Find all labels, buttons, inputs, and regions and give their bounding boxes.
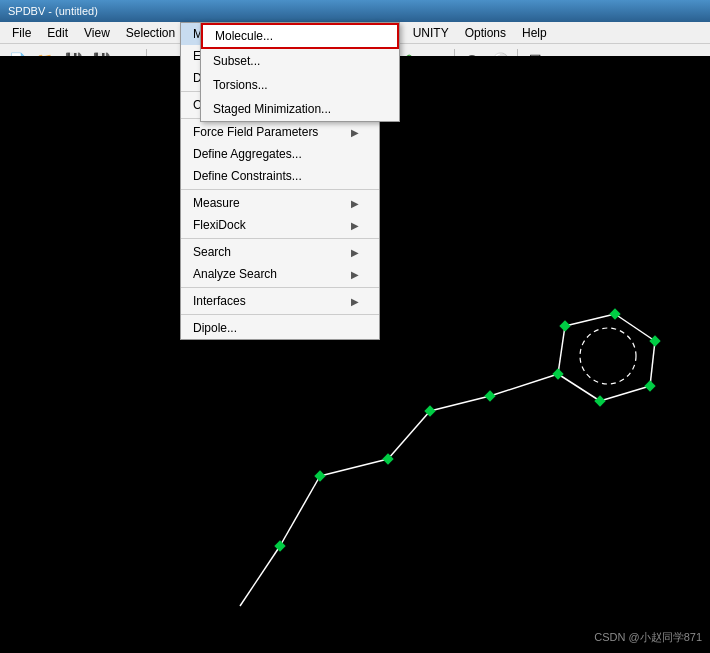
menu-analyzesearch[interactable]: Analyze Search ▶ bbox=[181, 263, 379, 285]
title-bar: SPDBV - (untitled) bbox=[0, 0, 710, 22]
menu-selection[interactable]: Selection bbox=[118, 22, 183, 43]
menu-file[interactable]: File bbox=[4, 22, 39, 43]
menu-forcefield[interactable]: Force Field Parameters ▶ bbox=[181, 121, 379, 143]
menu-measure[interactable]: Measure ▶ bbox=[181, 192, 379, 214]
menu-view[interactable]: View bbox=[76, 22, 118, 43]
divider-6 bbox=[181, 314, 379, 315]
submenu-torsions[interactable]: Torsions... bbox=[201, 73, 399, 97]
menu-unity[interactable]: UNITY bbox=[405, 22, 457, 43]
menu-interfaces[interactable]: Interfaces ▶ bbox=[181, 290, 379, 312]
divider-5 bbox=[181, 287, 379, 288]
menu-dipole[interactable]: Dipole... bbox=[181, 317, 379, 339]
submenu-staged[interactable]: Staged Minimization... bbox=[201, 97, 399, 121]
interfaces-arrow: ▶ bbox=[351, 296, 359, 307]
measure-arrow: ▶ bbox=[351, 198, 359, 209]
divider-3 bbox=[181, 189, 379, 190]
minimize-submenu: Molecule... Subset... Torsions... Staged… bbox=[200, 22, 400, 122]
analyzesearch-arrow: ▶ bbox=[351, 269, 359, 280]
forcefield-arrow: ▶ bbox=[351, 127, 359, 138]
submenu-subset[interactable]: Subset... bbox=[201, 49, 399, 73]
flexidock-arrow: ▶ bbox=[351, 220, 359, 231]
menu-options[interactable]: Options bbox=[457, 22, 514, 43]
menu-defineagg[interactable]: Define Aggregates... bbox=[181, 143, 379, 165]
submenu-molecule[interactable]: Molecule... bbox=[201, 23, 399, 49]
menu-help[interactable]: Help bbox=[514, 22, 555, 43]
menu-edit[interactable]: Edit bbox=[39, 22, 76, 43]
search-arrow: ▶ bbox=[351, 247, 359, 258]
menu-flexidock[interactable]: FlexiDock ▶ bbox=[181, 214, 379, 236]
menu-defineconstr[interactable]: Define Constraints... bbox=[181, 165, 379, 187]
watermark: CSDN @小赵同学871 bbox=[594, 630, 702, 645]
menu-search[interactable]: Search ▶ bbox=[181, 241, 379, 263]
title-text: SPDBV - (untitled) bbox=[8, 5, 98, 17]
divider-4 bbox=[181, 238, 379, 239]
